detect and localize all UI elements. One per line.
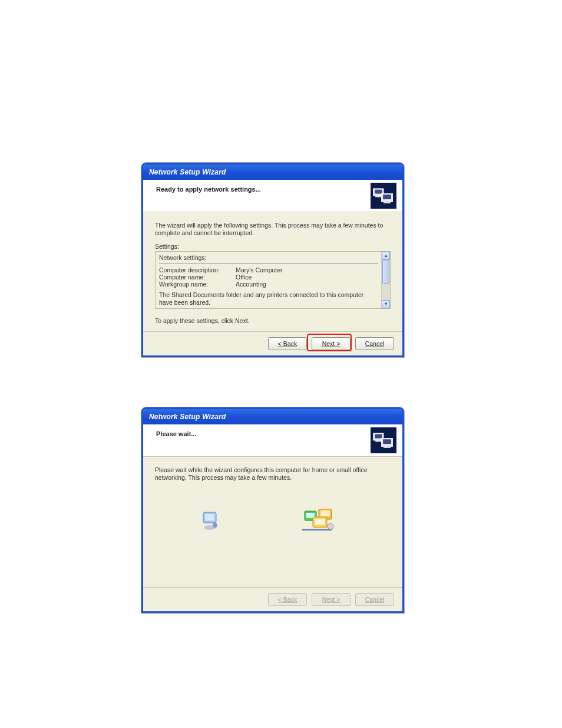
scroll-thumb[interactable] xyxy=(382,261,389,284)
svg-rect-13 xyxy=(205,514,214,521)
wizard-footer: < Back Next > Cancel xyxy=(143,587,402,611)
row-value: Accounting xyxy=(236,281,266,288)
svg-rect-19 xyxy=(320,510,330,516)
apply-note: To apply these settings, click Next. xyxy=(155,317,391,324)
separator xyxy=(159,263,378,264)
scrollbar[interactable]: ▴ ▾ xyxy=(381,252,390,308)
svg-rect-10 xyxy=(383,439,391,444)
svg-rect-8 xyxy=(375,440,381,442)
settings-row: Computer name: Office xyxy=(159,274,386,281)
back-button[interactable]: < Back xyxy=(268,337,307,350)
svg-rect-2 xyxy=(375,196,381,197)
wizard-header: Please wait... xyxy=(143,424,402,457)
svg-rect-1 xyxy=(375,190,382,194)
settings-row: Workgroup name: Accounting xyxy=(159,281,386,288)
wizard-header: Ready to apply network settings... xyxy=(143,180,402,212)
row-value: Office xyxy=(236,274,252,281)
row-label: Computer description: xyxy=(159,266,236,274)
network-computers-icon xyxy=(371,183,396,209)
wizard-dialog-ready: Network Setup Wizard Ready to apply netw… xyxy=(141,163,404,357)
wizard-header-title: Ready to apply network settings... xyxy=(156,186,261,193)
cancel-button: Cancel xyxy=(355,593,394,606)
svg-rect-4 xyxy=(383,195,391,199)
document-page: Network Setup Wizard Ready to apply netw… xyxy=(0,0,562,728)
wizard-body: Please wait while the wizard configures … xyxy=(143,457,402,601)
intro-text: Please wait while the wizard configures … xyxy=(155,466,391,482)
svg-rect-5 xyxy=(384,202,391,203)
svg-rect-7 xyxy=(375,434,382,439)
network-computers-color-icon xyxy=(302,509,338,532)
svg-point-15 xyxy=(213,523,217,528)
svg-rect-21 xyxy=(315,519,325,525)
wizard-dialog-wait: Network Setup Wizard Please wait... Plea… xyxy=(141,407,404,613)
settings-row: Computer description: Mary's Computer xyxy=(159,266,386,274)
title-bar[interactable]: Network Setup Wizard xyxy=(143,164,402,180)
title-bar[interactable]: Network Setup Wizard xyxy=(143,409,402,424)
pane-heading: Network settings: xyxy=(159,254,386,261)
svg-point-23 xyxy=(328,523,333,529)
wizard-header-title: Please wait... xyxy=(156,430,196,437)
scroll-down-button[interactable]: ▾ xyxy=(382,300,390,308)
svg-rect-11 xyxy=(384,446,391,448)
row-label: Workgroup name: xyxy=(159,281,236,288)
settings-label: Settings: xyxy=(155,243,391,250)
separator xyxy=(159,308,378,309)
single-computer-icon xyxy=(202,511,220,531)
svg-rect-22 xyxy=(302,529,332,531)
intro-text: The wizard will apply the following sett… xyxy=(155,222,391,237)
scroll-up-button[interactable]: ▴ xyxy=(382,252,390,260)
back-button: < Back xyxy=(268,593,307,606)
next-button[interactable]: Next > xyxy=(312,337,351,350)
settings-pane: Network settings: Computer description: … xyxy=(155,251,391,309)
wizard-body: The wizard will apply the following sett… xyxy=(143,212,402,329)
next-button: Next > xyxy=(312,593,351,606)
progress-illustration xyxy=(155,505,391,588)
row-label: Computer name: xyxy=(159,274,236,281)
wizard-footer: < Back Next > Cancel xyxy=(143,331,402,355)
shared-note: The Shared Documents folder and any prin… xyxy=(159,291,386,306)
cancel-button[interactable]: Cancel xyxy=(355,337,394,350)
row-value: Mary's Computer xyxy=(236,266,283,274)
network-computers-icon xyxy=(371,427,396,453)
